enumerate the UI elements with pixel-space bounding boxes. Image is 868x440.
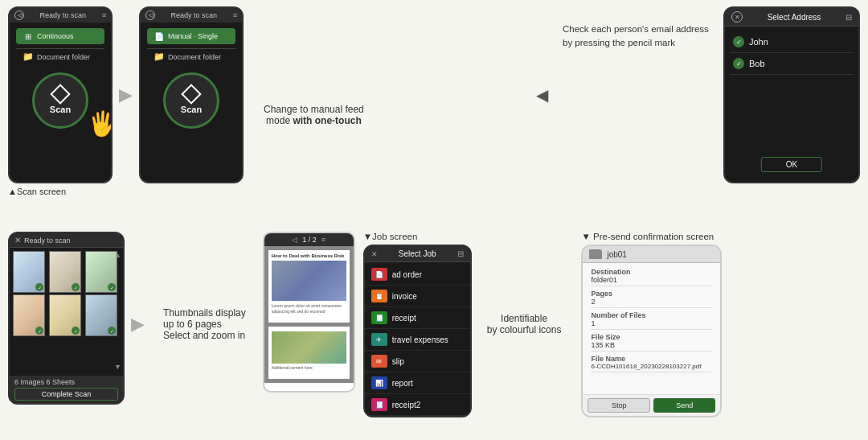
thumb-check-2: ✓ <box>72 283 80 291</box>
feed-mode-2: Manual · Single <box>168 32 218 40</box>
phone2-status: Ready to scan <box>171 11 218 19</box>
phone1-header: ◁ Ready to scan ≡ <box>10 8 111 23</box>
pages-value: 2 <box>591 298 712 308</box>
scan-label-2: Scan <box>181 105 202 114</box>
stop-button[interactable]: Stop <box>588 398 650 413</box>
scan-button-1[interactable]: Scan <box>32 72 88 129</box>
job-list: 📄 ad order 📋 invoice 🧾 receipt ✈ travel … <box>365 262 470 417</box>
address-title: Select Address <box>768 13 821 22</box>
thumb-check-6: ✓ <box>108 327 116 335</box>
job-row-2[interactable]: 🧾 receipt <box>365 307 470 329</box>
back-icon-preview[interactable]: ◁ <box>292 236 297 244</box>
thumb-img-2[interactable]: ✓ <box>49 251 81 293</box>
job-icon-travel: ✈ <box>371 333 387 346</box>
thumb-text-block: Thumbnails display up to 6 pages Select … <box>151 307 258 341</box>
thumb-img-4[interactable]: ✓ <box>13 294 45 336</box>
job-title: Select Job <box>399 249 436 258</box>
file-size-value: 135 KB <box>591 341 712 352</box>
preview-header: ◁ 1 / 2 ≡ <box>264 233 354 246</box>
thumbnail-grid: ✓ ✓ ✓ ✓ ✓ ✓ <box>10 248 123 339</box>
job-name-5: report <box>392 379 413 388</box>
check-icon-2: ✓ <box>733 58 744 69</box>
thumb-text-1: Thumbnails display <box>163 307 246 319</box>
job-text-block: Identifiable by colourful icons <box>475 313 574 335</box>
x-icon-thumb[interactable]: ✕ <box>14 236 21 245</box>
filename-value: 6-CCDH101618_20230228103227.pdf <box>591 363 712 372</box>
feed-option-2[interactable]: 📄 Manual · Single <box>147 28 235 44</box>
job-row-1[interactable]: 📋 invoice <box>365 286 470 307</box>
thumb-img-1[interactable]: ✓ <box>13 251 45 293</box>
feed-option-1[interactable]: ⊞ Continuous <box>16 28 104 44</box>
folder-icon-presend <box>589 249 602 259</box>
main-container: ◁ Ready to scan ≡ ⊞ Continuous 📁 Documen… <box>0 0 868 440</box>
destination-value: folder01 <box>591 276 712 286</box>
thumb-img-3[interactable]: ✓ <box>85 251 117 293</box>
continuous-icon: ⊞ <box>23 31 34 42</box>
presend-footer: Stop Send <box>583 394 720 416</box>
job-screen-label: ▼Job screen <box>363 232 418 241</box>
scan-button-2[interactable]: Scan <box>163 72 219 129</box>
address-header: ✕ Select Address ⊟ <box>725 8 858 27</box>
complete-scan-button[interactable]: Complete Scan <box>14 388 118 401</box>
folder-icon-2: 📁 <box>154 51 165 62</box>
top-phones: ◁ Ready to scan ≡ ⊞ Continuous 📁 Documen… <box>8 6 244 183</box>
scan-screen-caption: ▲Scan screen <box>8 187 244 196</box>
ready-scan-label: Ready to scan <box>24 236 71 245</box>
thumb-img-5[interactable]: ✓ <box>49 294 81 336</box>
job-row-4[interactable]: ✉ slip <box>365 351 470 372</box>
job-header: ✕ Select Job ⊟ <box>365 246 470 262</box>
job-row-7[interactable]: 📁 minutes <box>365 416 470 417</box>
top-row: ◁ Ready to scan ≡ ⊞ Continuous 📁 Documen… <box>8 6 860 224</box>
job-text-1: Identifiable <box>501 313 547 324</box>
job-row-3[interactable]: ✈ travel expenses <box>365 329 470 351</box>
thumb-img-6[interactable]: ✓ <box>85 294 117 336</box>
address-row-1[interactable]: ✓ John <box>730 31 854 53</box>
job-icon-report: 📊 <box>371 376 387 389</box>
x-icon-job[interactable]: ✕ <box>371 250 378 258</box>
arrow-left-comment: ◀ <box>533 85 551 105</box>
check-icon-1: ✓ <box>733 36 744 47</box>
phone-job: ✕ Select Job ⊟ 📄 ad order 📋 invoice 🧾 <box>363 245 472 417</box>
job-icon-receipt: 🧾 <box>371 311 387 324</box>
folder-option-2[interactable]: 📁 Document folder <box>147 48 235 64</box>
job-name-2: receipt <box>392 314 416 323</box>
scan-diamond-1 <box>50 84 70 104</box>
phone-address-wrapper: ✕ Select Address ⊟ ✓ John ✓ Bob <box>723 6 860 183</box>
job-row-5[interactable]: 📊 report <box>365 372 470 394</box>
back-icon[interactable]: ◁ <box>14 10 24 20</box>
job-icon-ad-order: 📄 <box>371 268 387 281</box>
file-size-label: File Size <box>591 333 712 341</box>
send-button[interactable]: Send <box>653 398 716 413</box>
phone2-header: ◁ Ready to scan ≡ <box>141 8 242 23</box>
thumb-check-5: ✓ <box>72 327 80 335</box>
contact-name-1: John <box>749 37 768 47</box>
address-row-2[interactable]: ✓ Bob <box>730 53 854 75</box>
folder-icon-1: 📁 <box>23 51 34 62</box>
preview-body: How to Deal with Business Risk Lorem ips… <box>264 246 354 383</box>
thumb-header: ✕ Ready to scan <box>10 233 123 248</box>
job-name-4: slip <box>392 357 404 366</box>
filter-icon-job: ⊟ <box>457 249 464 258</box>
contact-name-2: Bob <box>749 59 765 68</box>
scroll-down-button[interactable]: ▼ <box>114 363 121 371</box>
folder-label-1: Document folder <box>37 53 90 61</box>
close-button-address[interactable]: ✕ <box>731 11 743 23</box>
ok-button[interactable]: OK <box>761 157 822 172</box>
doc-preview-image <box>272 261 346 301</box>
job-name-1: invoice <box>392 292 417 301</box>
pages-label: Pages <box>591 290 712 298</box>
address-section: ◀ Check each person's email address by p… <box>533 6 860 183</box>
phone-thumbnail: ✕ Ready to scan ▲ ✓ ✓ ✓ ✓ <box>8 232 125 405</box>
phone-scan-1: ◁ Ready to scan ≡ ⊞ Continuous 📁 Documen… <box>8 6 113 183</box>
manual-icon: 📄 <box>154 31 165 42</box>
job-icon-receipt2: 🧾 <box>371 398 387 411</box>
job-row-6[interactable]: 🧾 receipt2 <box>365 394 470 416</box>
num-files-label: Number of Files <box>591 311 712 319</box>
folder-option-1[interactable]: 📁 Document folder <box>16 48 104 64</box>
job-name-6: receipt2 <box>392 401 421 409</box>
filename-label: File Name <box>591 355 712 363</box>
doc-preview-2: Additional content here <box>268 327 350 379</box>
job-row-0[interactable]: 📄 ad order <box>365 264 470 286</box>
thumb-check-1: ✓ <box>35 283 43 291</box>
back-icon-2[interactable]: ◁ <box>145 10 155 20</box>
